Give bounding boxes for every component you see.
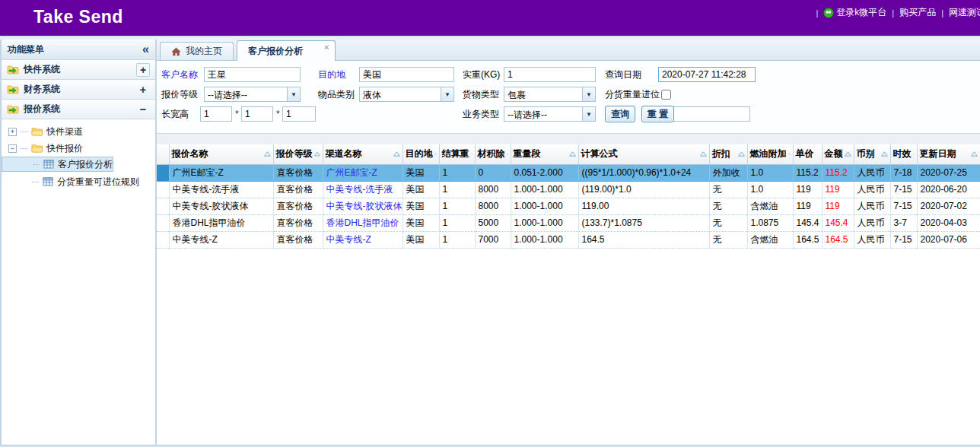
tree-leaf-label: 分货重量可进位规则 (57, 176, 139, 189)
sort-asc-icon (314, 151, 320, 157)
amount-cell: 119 (822, 198, 854, 214)
destination-input[interactable] (359, 67, 454, 82)
split-weight-carry-checkbox[interactable] (661, 90, 671, 100)
tree-leaf-split-weight-carry-rule[interactable]: 分货重量可进位规则 (2, 173, 155, 190)
cell: 1 (439, 198, 475, 214)
cell: 8000 (475, 181, 511, 198)
width-input[interactable] (241, 106, 273, 122)
reset-button[interactable]: 重 置 (641, 106, 674, 122)
length-input[interactable] (200, 106, 232, 122)
tree-expand-icon[interactable]: + (8, 128, 17, 136)
tab-home[interactable]: 我的主页 (160, 42, 234, 60)
cell: 无 (709, 181, 747, 198)
customer-name-input[interactable] (204, 67, 301, 82)
query-form: 客户名称 目的地 实重(KG) 查询日期 报价等级 --请选择-- ▼ 物品类别… (157, 61, 980, 134)
sidebar-header: 功能菜单 « (2, 40, 155, 60)
column-header-amount[interactable]: 金额 (822, 144, 854, 164)
table-row[interactable]: 广州E邮宝-Z 直客价格 广州E邮宝-Z 美国 1 0 0.051-2.000 … (157, 164, 980, 181)
column-header-discount[interactable]: 折扣 (709, 144, 747, 164)
row-selector[interactable] (157, 164, 169, 181)
sidebar-collapse-icon[interactable]: « (142, 44, 149, 55)
row-selector[interactable] (157, 231, 169, 248)
item-category-label: 物品类别 (318, 87, 355, 102)
tab-customer-quote-analysis[interactable]: 客户报价分析 × (237, 40, 336, 61)
folder-arrow-icon (7, 84, 19, 94)
collapse-minus-icon[interactable]: − (136, 103, 150, 116)
row-selector[interactable] (157, 214, 169, 231)
column-header-destination[interactable]: 目的地 (402, 144, 439, 164)
cell: (133.7)*1.0875 (578, 214, 709, 231)
row-selector[interactable] (157, 181, 169, 198)
cell: 1.0 (747, 164, 793, 181)
tree-collapse-icon[interactable]: − (8, 144, 17, 153)
sidebar-item-express-system[interactable]: 快件系统 + (2, 60, 155, 80)
column-header-fuel-surcharge[interactable]: 燃油附加 (747, 144, 793, 164)
channel-link[interactable]: 香港DHL指甲油价 (323, 214, 402, 231)
column-header-update-date[interactable]: 更新日期 (917, 144, 980, 164)
folder-icon (31, 144, 43, 153)
tree-leaf-customer-quote-analysis[interactable]: 客户报价分析 (2, 157, 113, 172)
channel-link[interactable]: 中美专线-洗手液 (323, 181, 402, 198)
column-header-transit-time[interactable]: 时效 (890, 144, 917, 164)
quote-level-select[interactable]: --请选择-- ▼ (204, 87, 301, 102)
channel-link[interactable]: 广州E邮宝-Z (323, 164, 402, 181)
sidebar-item-label: 报价系统 (24, 103, 132, 116)
column-header-weight-range[interactable]: 重量段 (511, 144, 578, 164)
sidebar-item-finance-system[interactable]: 财务系统 + (2, 80, 155, 100)
table-row[interactable]: 中美专线-胶状液体 直客价格 中美专线-胶状液体 美国 1 8000 1.000… (157, 198, 980, 214)
item-category-select[interactable]: 液体 ▼ (359, 87, 454, 102)
search-button[interactable]: 查询 (605, 106, 635, 122)
column-header-channel-name[interactable]: 渠道名称 (323, 144, 402, 164)
channel-link[interactable]: 中美专线-胶状液体 (323, 198, 402, 214)
cell: 7-18 (890, 164, 917, 181)
table-row[interactable]: 中美专线-Z 直客价格 中美专线-Z 美国 1 7000 1.000-1.000… (157, 231, 980, 248)
row-selector[interactable] (157, 198, 169, 214)
sort-asc-icon (569, 151, 576, 157)
cell: 直客价格 (273, 164, 323, 181)
sort-asc-icon (700, 151, 707, 157)
chevron-down-icon: ▼ (441, 87, 453, 101)
customer-name-label: 客户名称 (161, 67, 198, 82)
channel-link[interactable]: 中美专线-Z (323, 231, 402, 248)
business-type-select[interactable]: --请选择-- ▼ (504, 106, 596, 122)
cargo-type-select[interactable]: 包裹 ▼ (504, 87, 596, 102)
expand-plus-icon[interactable]: + (136, 83, 150, 96)
sidebar-item-quote-system[interactable]: 报价系统 − (2, 100, 155, 119)
table-row[interactable]: 中美专线-洗手液 直客价格 中美专线-洗手液 美国 1 8000 1.000-1… (157, 181, 980, 198)
table-icon (43, 177, 53, 186)
query-date-input[interactable] (658, 67, 756, 82)
business-type-value: --请选择-- (504, 107, 582, 121)
cell: 1.000-1.000 (511, 214, 578, 231)
column-header-volume-divisor[interactable]: 材积除 (475, 144, 511, 164)
wechat-icon (823, 8, 834, 18)
column-header-quote-level[interactable]: 报价等级 (273, 144, 323, 164)
cell: 7-15 (890, 231, 917, 248)
sort-asc-icon (913, 151, 915, 157)
cell: 美国 (402, 198, 439, 214)
table-row[interactable]: 香港DHL指甲油价 直客价格 香港DHL指甲油价 美国 1 5000 1.000… (157, 214, 980, 231)
separator: | (892, 8, 894, 17)
tree-node-express-quote[interactable]: − 快件报价 (2, 140, 155, 157)
actual-weight-input[interactable] (504, 67, 596, 82)
multiply-separator: * (276, 106, 280, 122)
column-header-unit-price[interactable]: 单价 (793, 144, 822, 164)
folder-icon (31, 127, 43, 136)
cell: 0 (475, 164, 511, 181)
height-input[interactable] (282, 106, 316, 122)
expand-plus-icon[interactable]: + (136, 63, 150, 77)
column-header-formula[interactable]: 计算公式 (578, 144, 709, 164)
cell: 2020-04-03 (917, 214, 980, 231)
cell: (119.00)*1.0 (578, 181, 709, 198)
tree-node-express-channel[interactable]: + 快件渠道 (2, 123, 155, 140)
tab-close-icon[interactable]: × (324, 43, 329, 51)
cell: 8000 (475, 198, 511, 214)
column-header-quote-name[interactable]: 报价名称 (169, 144, 273, 164)
sort-asc-icon (845, 151, 851, 157)
buy-product-link[interactable]: 购买产品 (899, 6, 936, 19)
speed-test-link[interactable]: 网速测试 (949, 6, 980, 19)
main-content: 我的主页 客户报价分析 × 客户名称 目的地 实重(KG) 查询日期 报 (157, 40, 980, 445)
column-header-settle-weight[interactable]: 结算重 (439, 144, 475, 164)
separator: | (941, 8, 943, 17)
column-header-currency[interactable]: 币别 (854, 144, 890, 164)
login-kwei-link[interactable]: 登录k微平台 (823, 6, 886, 19)
